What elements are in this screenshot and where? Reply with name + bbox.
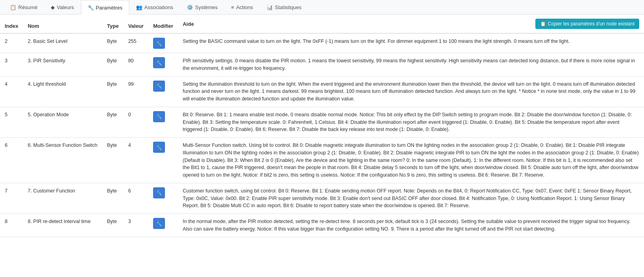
tab-parametres-label: Paramètres: [96, 5, 123, 11]
cell-aide: In the normal mode, after the PIR motion…: [178, 214, 644, 237]
cell-type: Byte: [102, 76, 123, 107]
edit-button[interactable]: [153, 111, 165, 122]
tab-associations-label: Associations: [144, 4, 173, 10]
cell-nom: 8. PIR re-detect interval time: [23, 214, 102, 237]
parameters-table-container: Index Nom Type Valeur Modifier Aide: [0, 15, 644, 237]
cell-valeur: 99: [123, 76, 148, 107]
cell-modifier[interactable]: [148, 183, 178, 214]
col-modifier: Modifier: [148, 15, 178, 33]
cell-valeur: 3: [123, 214, 148, 237]
cell-aide: Customer function switch, using bit cont…: [178, 183, 644, 214]
tab-systemes[interactable]: ⚙️ Systèmes: [180, 0, 224, 14]
valeurs-icon: ◆: [51, 4, 55, 10]
cell-aide: Setting the illumination threshold to tu…: [178, 76, 644, 107]
copy-button-label: Copier les paramètres d'un node existant: [548, 21, 634, 27]
edit-button[interactable]: [153, 218, 165, 229]
table-row: 5 5. Operation Mode Byte 0 Bit 0: Reserv…: [0, 107, 644, 137]
wrench-icon: [156, 83, 162, 89]
tab-resume-label: Résumé: [18, 4, 37, 10]
cell-nom: 4. Light threshold: [23, 76, 102, 107]
col-type: Type: [102, 15, 123, 33]
cell-aide: Setting the BASIC command value to turn …: [178, 33, 644, 53]
cell-nom: 2. Basic Set Level: [23, 33, 102, 53]
cell-modifier[interactable]: [148, 138, 178, 183]
cell-valeur: 255: [123, 33, 148, 53]
cell-modifier[interactable]: [148, 53, 178, 77]
table-row: 3 3. PIR Sensitivity Byte 80 PIR sensiti…: [0, 53, 644, 77]
cell-index: 5: [0, 107, 23, 137]
cell-index: 8: [0, 214, 23, 237]
resume-icon: 📋: [10, 4, 16, 10]
tab-valeurs-label: Valeurs: [57, 4, 74, 10]
cell-modifier[interactable]: [148, 214, 178, 237]
cell-type: Byte: [102, 53, 123, 77]
wrench-icon: [156, 40, 162, 46]
cell-nom: 7. Customer Function: [23, 183, 102, 214]
wrench-icon: [156, 144, 162, 150]
systemes-icon: ⚙️: [187, 4, 193, 10]
table-row: 6 6. Multi-Sensor Function Switch Byte 4…: [0, 138, 644, 183]
cell-nom: 5. Operation Mode: [23, 107, 102, 137]
cell-type: Byte: [102, 183, 123, 214]
tab-valeurs[interactable]: ◆ Valeurs: [44, 0, 80, 14]
cell-valeur: 4: [123, 138, 148, 183]
tab-systemes-label: Systèmes: [195, 4, 218, 10]
cell-aide: Bit 0: Reserve. Bit 1: 1 means enable te…: [178, 107, 644, 137]
table-body: 2 2. Basic Set Level Byte 255 Setting th…: [0, 33, 644, 237]
cell-type: Byte: [102, 107, 123, 137]
table-row: 2 2. Basic Set Level Byte 255 Setting th…: [0, 33, 644, 53]
cell-type: Byte: [102, 33, 123, 53]
cell-nom: 6. Multi-Sensor Function Switch: [23, 138, 102, 183]
copy-node-button[interactable]: 📋 Copier les paramètres d'un node exista…: [535, 19, 639, 29]
cell-index: 4: [0, 76, 23, 107]
actions-icon: ≡: [231, 4, 234, 10]
parametres-icon: 🔧: [88, 5, 94, 11]
edit-button[interactable]: [153, 187, 165, 198]
cell-type: Byte: [102, 138, 123, 183]
cell-aide: PIR sensitivity settings. 0 means disabl…: [178, 53, 644, 77]
tab-actions-label: Actions: [236, 4, 253, 10]
nav-tabs: 📋 Résumé ◆ Valeurs 🔧 Paramètres 👥 Associ…: [0, 0, 644, 15]
table-row: 8 8. PIR re-detect interval time Byte 3 …: [0, 214, 644, 237]
table-row: 4 4. Light threshold Byte 99 Setting the…: [0, 76, 644, 107]
cell-modifier[interactable]: [148, 107, 178, 137]
cell-valeur: 0: [123, 107, 148, 137]
col-valeur: Valeur: [123, 15, 148, 33]
cell-nom: 3. PIR Sensitivity: [23, 53, 102, 77]
col-index: Index: [0, 15, 23, 33]
edit-button[interactable]: [153, 57, 165, 68]
tab-parametres[interactable]: 🔧 Paramètres: [81, 0, 129, 15]
wrench-icon: [156, 190, 162, 196]
statistiques-icon: 📊: [266, 4, 273, 10]
col-nom: Nom: [23, 15, 102, 33]
tab-statistiques-label: Statistiques: [275, 4, 301, 10]
cell-aide: Multi-Sensor Function switch. Using bit …: [178, 138, 644, 183]
tab-resume[interactable]: 📋 Résumé: [3, 0, 44, 14]
cell-index: 3: [0, 53, 23, 77]
cell-index: 7: [0, 183, 23, 214]
edit-button[interactable]: [153, 38, 165, 49]
cell-modifier[interactable]: [148, 33, 178, 53]
table-row: 7 7. Customer Function Byte 6 Customer f…: [0, 183, 644, 214]
cell-index: 6: [0, 138, 23, 183]
associations-icon: 👥: [136, 4, 142, 10]
parameters-table: Index Nom Type Valeur Modifier Aide: [0, 15, 644, 237]
tab-statistiques[interactable]: 📊 Statistiques: [260, 0, 308, 14]
tab-associations[interactable]: 👥 Associations: [129, 0, 180, 14]
table-header-row: Index Nom Type Valeur Modifier Aide: [0, 15, 644, 33]
edit-button[interactable]: [153, 81, 165, 92]
cell-valeur: 80: [123, 53, 148, 77]
wrench-icon: [156, 113, 162, 119]
cell-type: Byte: [102, 214, 123, 237]
cell-index: 2: [0, 33, 23, 53]
cell-modifier[interactable]: [148, 76, 178, 107]
tab-actions[interactable]: ≡ Actions: [224, 0, 260, 14]
col-aide: Aide 📋 Copier les paramètres d'un node e…: [178, 15, 644, 33]
wrench-icon: [156, 60, 162, 66]
copy-icon: 📋: [540, 21, 546, 27]
edit-button[interactable]: [153, 142, 165, 153]
cell-valeur: 6: [123, 183, 148, 214]
wrench-icon: [156, 221, 162, 227]
